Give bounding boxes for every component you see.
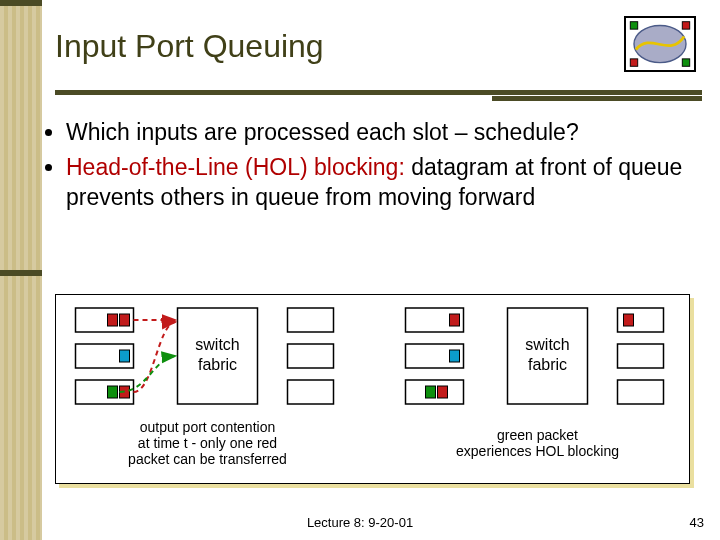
right-fabric-label-1: switch	[525, 336, 569, 353]
bullet-2-lead: Head-of-the-Line (HOL) blocking:	[66, 154, 405, 180]
svg-rect-23	[438, 386, 448, 398]
left-fabric-label-2: fabric	[198, 356, 237, 373]
caption-right-2: experiences HOL blocking	[456, 443, 619, 459]
bullet-2: Head-of-the-Line (HOL) blocking: datagra…	[66, 153, 700, 212]
svg-rect-10	[120, 350, 130, 362]
caption-right-1: green packet	[497, 427, 578, 443]
svg-rect-4	[682, 59, 689, 66]
svg-rect-16	[288, 380, 334, 404]
body-text: Which inputs are processed each slot – s…	[42, 118, 700, 218]
caption-left-2: at time t - only one red	[138, 435, 277, 451]
title-underline	[55, 90, 702, 105]
svg-rect-14	[288, 308, 334, 332]
left-fabric-label-1: switch	[195, 336, 239, 353]
svg-rect-11	[108, 386, 118, 398]
caption-left-1: output port contention	[140, 419, 275, 435]
page-number: 43	[690, 515, 704, 530]
svg-rect-1	[630, 22, 637, 29]
right-fabric-label-2: fabric	[528, 356, 567, 373]
diagram-svg: switch fabric output port content	[55, 294, 690, 484]
slide: Input Port Queuing Which inputs are proc…	[0, 0, 720, 540]
svg-rect-20	[450, 314, 460, 326]
svg-rect-3	[630, 59, 637, 66]
slide-logo	[624, 16, 696, 72]
left-decoration	[0, 0, 42, 540]
svg-rect-15	[288, 344, 334, 368]
footer-text: Lecture 8: 9-20-01	[0, 515, 720, 530]
svg-rect-21	[450, 350, 460, 362]
svg-rect-28	[624, 314, 634, 326]
svg-rect-8	[108, 314, 118, 326]
caption-left-3: packet can be transferred	[128, 451, 287, 467]
slide-title: Input Port Queuing	[55, 28, 324, 65]
svg-rect-26	[618, 344, 664, 368]
diagram-area: switch fabric output port content	[55, 294, 690, 484]
bullet-1-text: Which inputs are processed each slot – s…	[66, 119, 579, 145]
bullet-1: Which inputs are processed each slot – s…	[66, 118, 700, 147]
svg-rect-22	[426, 386, 436, 398]
svg-rect-2	[682, 22, 689, 29]
svg-rect-27	[618, 380, 664, 404]
svg-rect-9	[120, 314, 130, 326]
